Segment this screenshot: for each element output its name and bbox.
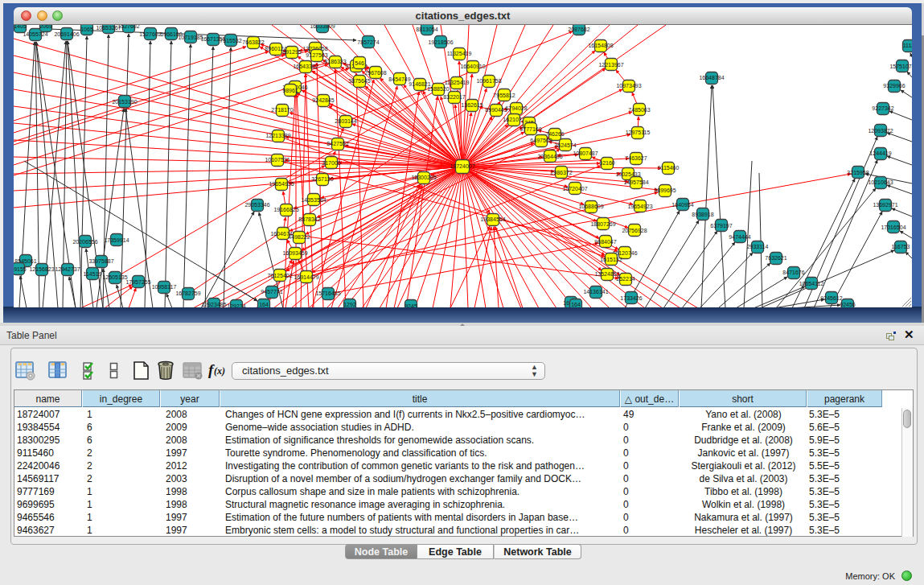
svg-text:1621072: 1621072 [503, 117, 524, 122]
svg-text:7515532: 7515532 [220, 38, 241, 43]
svg-text:6794028: 6794028 [505, 105, 527, 111]
svg-text:2933114: 2933114 [747, 244, 769, 249]
svg-text:62160: 62160 [599, 160, 615, 166]
svg-text:8454749: 8454749 [388, 76, 410, 82]
svg-text:3215958: 3215958 [847, 170, 869, 175]
svg-text:10807487: 10807487 [573, 150, 598, 156]
svg-text:317006: 317006 [322, 160, 340, 166]
svg-text:15716485: 15716485 [315, 290, 340, 296]
svg-text:16543382: 16543382 [293, 64, 318, 69]
svg-text:(x): (x) [214, 365, 225, 377]
svg-text:1733426: 1733426 [620, 295, 642, 301]
svg-text:20206556: 20206556 [72, 239, 97, 245]
svg-text:17016504: 17016504 [881, 225, 906, 230]
svg-text:9899695: 9899695 [654, 187, 676, 193]
svg-text:116753: 116753 [892, 244, 910, 249]
svg-text:10973493: 10973493 [616, 83, 641, 89]
svg-text:129234: 129234 [227, 303, 245, 307]
svg-text:3875645: 3875645 [348, 78, 370, 84]
svg-text:17957255: 17957255 [125, 279, 150, 285]
svg-text:17359914: 17359914 [104, 237, 129, 243]
svg-text:9457771: 9457771 [261, 289, 282, 295]
svg-text:3624574: 3624574 [554, 142, 576, 148]
svg-text:6497508: 6497508 [530, 138, 552, 143]
svg-text:15751074: 15751074 [889, 64, 912, 69]
svg-text:1244419: 1244419 [869, 150, 891, 156]
svg-text:9127503: 9127503 [306, 52, 327, 58]
svg-text:13692971: 13692971 [873, 202, 897, 208]
svg-text:7463627: 7463627 [625, 155, 647, 161]
svg-text:12942737: 12942737 [55, 266, 80, 272]
svg-text:1640954: 1640954 [671, 202, 693, 208]
svg-text:2069: 2069 [39, 25, 52, 29]
svg-text:164: 164 [571, 302, 581, 307]
svg-text:76125402: 76125402 [267, 273, 292, 278]
svg-text:14353584: 14353584 [301, 197, 326, 203]
svg-text:9329966: 9329966 [883, 83, 905, 89]
svg-text:1615132: 1615132 [600, 257, 622, 262]
svg-text:1527602: 1527602 [117, 25, 139, 29]
svg-text:16093459: 16093459 [282, 250, 307, 256]
svg-text:1405: 1405 [14, 25, 27, 29]
svg-text:746266: 746266 [545, 131, 564, 137]
svg-text:2986372: 2986372 [550, 170, 572, 175]
svg-text:10719185: 10719185 [178, 35, 203, 40]
svg-text:12213967: 12213967 [598, 62, 623, 68]
svg-text:12975115: 12975115 [626, 130, 651, 135]
svg-text:7485063: 7485063 [628, 107, 650, 113]
svg-text:20691406: 20691406 [54, 31, 79, 37]
svg-text:19654923: 19654923 [627, 204, 652, 209]
svg-text:14957584: 14957584 [623, 179, 648, 185]
svg-text:15720407: 15720407 [562, 186, 587, 192]
svg-text:92456: 92456 [840, 302, 856, 307]
svg-text:10107531: 10107531 [265, 157, 290, 163]
svg-text:98961: 98961 [282, 88, 298, 93]
svg-text:8813054: 8813054 [416, 27, 437, 32]
svg-text:19166825: 19166825 [273, 207, 298, 212]
svg-text:1065: 1065 [80, 27, 93, 32]
svg-text:1362615: 1362615 [461, 102, 483, 108]
svg-text:3267130: 3267130 [311, 176, 333, 182]
svg-text:9474444: 9474444 [729, 234, 750, 240]
svg-text:16154808: 16154808 [588, 43, 613, 48]
svg-text:7663822: 7663822 [242, 39, 264, 45]
svg-text:6379197: 6379197 [710, 223, 732, 229]
svg-text:114519: 114519 [84, 271, 102, 277]
svg-text:9684047: 9684047 [594, 239, 616, 245]
svg-text:19384554: 19384554 [480, 216, 505, 222]
svg-text:33975887: 33975887 [88, 258, 113, 264]
svg-text:16648784: 16648784 [699, 75, 724, 80]
svg-text:164: 164 [259, 302, 269, 307]
svg-text:20364436: 20364436 [537, 154, 562, 159]
svg-text:8186323: 8186323 [324, 59, 346, 64]
svg-text:16640910: 16640910 [460, 64, 485, 69]
svg-text:10210643: 10210643 [868, 179, 893, 185]
svg-text:10688609: 10688609 [578, 204, 603, 209]
svg-text:11325419: 11325419 [447, 51, 472, 56]
svg-text:14136141: 14136141 [583, 289, 608, 295]
svg-text:9242845: 9242845 [312, 97, 334, 103]
svg-text:2803144: 2803144 [335, 118, 356, 124]
svg-text:2087682: 2087682 [568, 27, 589, 32]
svg-text:12093872: 12093872 [868, 128, 893, 134]
svg-text:10654112: 10654112 [799, 281, 824, 286]
svg-text:12156823: 12156823 [29, 266, 54, 272]
svg-text:18300295: 18300295 [411, 175, 436, 180]
svg-text:16782759: 16782759 [175, 290, 200, 296]
svg-text:8471676: 8471676 [782, 270, 804, 275]
svg-text:9115460: 9115460 [658, 165, 680, 171]
svg-text:7632621: 7632621 [765, 255, 786, 261]
svg-text:9245: 9245 [405, 303, 417, 307]
svg-text:39155: 39155 [14, 266, 27, 272]
svg-text:2718170: 2718170 [271, 107, 293, 113]
svg-text:19218506: 19218506 [428, 39, 453, 45]
svg-text:12923485: 12923485 [201, 302, 226, 307]
svg-text:20756928: 20756928 [622, 228, 647, 233]
svg-text:8878342: 8878342 [298, 216, 320, 222]
svg-text:8938918: 8938918 [692, 212, 713, 217]
svg-text:1588520: 1588520 [427, 86, 449, 92]
svg-text:8322017: 8322017 [443, 94, 465, 100]
svg-text:252214: 252214 [616, 276, 634, 282]
svg-text:12213389: 12213389 [265, 133, 290, 138]
svg-text:11325419: 11325419 [445, 80, 470, 85]
